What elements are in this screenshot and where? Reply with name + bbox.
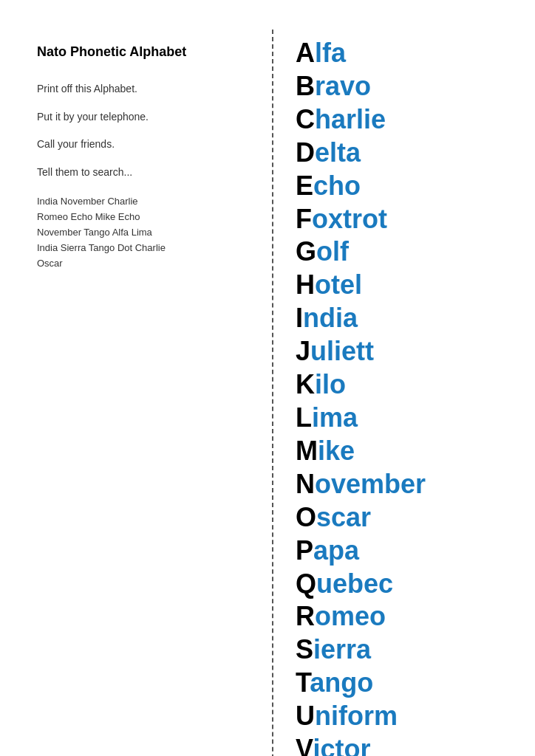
alphabet-item: Alfa [296,37,520,70]
letter-first: P [296,535,313,566]
letter-rest: scar [316,502,371,532]
letter-rest: cho [313,171,361,201]
search-line-1: India November Charlie [37,194,251,210]
instruction-3: Call your friends. [37,137,251,152]
letter-rest: olf [316,236,349,267]
page: Nato Phonetic Alphabet Print off this Al… [0,0,535,756]
letter-first: D [296,137,315,168]
alphabet-list: AlfaBravoCharlieDeltaEchoFoxtrotGolfHote… [296,37,520,756]
alphabet-item: Delta [296,137,520,170]
alphabet-item: India [296,302,520,335]
letter-rest: uliett [310,336,374,366]
page-title: Nato Phonetic Alphabet [37,44,251,60]
letter-rest: apa [313,535,359,566]
letter-rest: ango [310,667,373,698]
letter-first: N [296,469,315,499]
letter-rest: harlie [315,104,386,134]
search-line-2: Romeo Echo Mike Echo [37,210,251,225]
alphabet-item: Bravo [296,70,520,103]
letter-first: J [296,336,310,366]
alphabet-item: Papa [296,535,520,568]
alphabet-item: Golf [296,236,520,269]
left-panel: Nato Phonetic Alphabet Print off this Al… [0,30,273,756]
alphabet-item: November [296,468,520,501]
letter-first: B [296,71,315,101]
letter-rest: ictor [313,734,370,756]
letter-first: I [296,303,303,333]
letter-rest: lfa [315,38,346,68]
letter-first: R [296,601,315,631]
letter-first: L [296,402,312,433]
alphabet-item: Sierra [296,633,520,667]
letter-rest: ilo [315,369,346,399]
search-line-3: November Tango Alfa Lima [37,225,251,241]
alphabet-item: Hotel [296,269,520,302]
search-text: India November Charlie Romeo Echo Mike E… [37,194,251,271]
letter-first: M [296,436,318,466]
alphabet-item: Kilo [296,368,520,402]
letter-first: E [296,171,313,201]
letter-first: F [296,204,312,234]
letter-rest: elta [315,137,361,168]
letter-first: K [296,369,315,399]
alphabet-item: Quebec [296,568,520,601]
letter-first: U [296,701,315,731]
letter-first: S [296,634,313,664]
letter-first: Q [296,568,316,599]
right-panel: AlfaBravoCharlieDeltaEchoFoxtrotGolfHote… [273,30,535,756]
letter-rest: ike [318,436,355,466]
letter-first: O [296,502,316,532]
letter-first: C [296,104,315,134]
letter-rest: ravo [315,71,371,101]
instructions: Print off this Alphabet. Put it by your … [37,82,251,179]
alphabet-item: Echo [296,170,520,203]
alphabet-item: Uniform [296,700,520,733]
alphabet-item: Foxtrot [296,203,520,236]
letter-first: A [296,38,315,68]
letter-first: T [296,667,310,698]
alphabet-item: Oscar [296,501,520,535]
alphabet-item: Mike [296,435,520,468]
dashed-divider [272,30,273,756]
instruction-1: Print off this Alphabet. [37,82,251,97]
letter-first: G [296,236,316,267]
letter-rest: ierra [313,634,371,664]
letter-rest: otel [315,269,362,300]
search-line-5: Oscar [37,256,251,272]
alphabet-item: Lima [296,402,520,435]
letter-first: H [296,269,315,300]
letter-first: V [296,734,313,756]
alphabet-item: Victor [296,733,520,756]
letter-rest: omeo [315,601,386,631]
instruction-4: Tell them to search... [37,165,251,180]
letter-rest: oxtrot [312,204,387,234]
letter-rest: uebec [316,568,393,599]
letter-rest: ovember [315,469,426,499]
search-line-4: India Sierra Tango Dot Charlie [37,241,251,256]
alphabet-item: Charlie [296,103,520,137]
alphabet-item: Juliett [296,335,520,368]
alphabet-item: Tango [296,667,520,700]
letter-rest: niform [315,701,398,731]
letter-rest: ndia [303,303,358,333]
letter-rest: ima [312,402,358,433]
instruction-2: Put it by your telephone. [37,110,251,125]
alphabet-item: Romeo [296,600,520,633]
